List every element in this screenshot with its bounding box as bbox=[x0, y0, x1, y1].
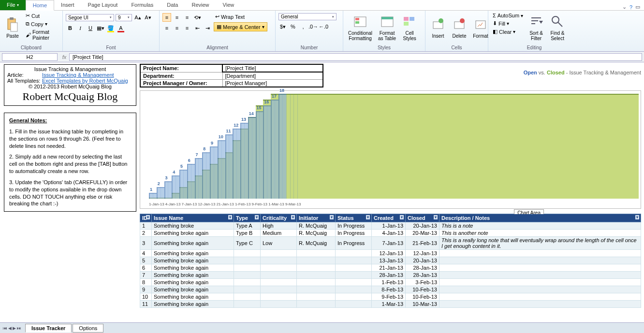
cell-closed[interactable]: 10-Feb-13 bbox=[406, 293, 439, 301]
cell-id[interactable]: 9 bbox=[140, 286, 152, 293]
tab-insert[interactable]: Insert bbox=[54, 0, 81, 10]
format-as-table-button[interactable]: Format as Table bbox=[376, 12, 398, 43]
cell-styles-button[interactable]: Cell Styles bbox=[400, 12, 419, 43]
cell-created[interactable]: 4-Jan-13 bbox=[372, 230, 406, 237]
align-right-icon[interactable]: ≡ bbox=[183, 24, 191, 32]
cell-name[interactable]: Something broke again bbox=[152, 301, 234, 308]
cell-init[interactable] bbox=[297, 257, 336, 264]
indent-increase-icon[interactable]: ⇥ bbox=[203, 24, 212, 32]
font-color-button[interactable]: A bbox=[117, 24, 125, 32]
number-format-combo[interactable]: General bbox=[278, 13, 337, 20]
cell-status[interactable]: In Progress bbox=[336, 222, 372, 230]
col-issue-name[interactable]: Issue Name bbox=[152, 214, 234, 222]
cell-crit[interactable] bbox=[261, 301, 297, 308]
underline-button[interactable]: U bbox=[86, 24, 95, 32]
table-row[interactable]: 11Something broke again1-Mar-1310-Mar-13 bbox=[140, 301, 641, 308]
cell-closed[interactable]: 20-Jan-13 bbox=[406, 222, 439, 230]
tab-data[interactable]: Data bbox=[160, 0, 185, 10]
cell-closed[interactable]: 20-Mar-13 bbox=[406, 230, 439, 237]
cell-name[interactable]: Something broke again bbox=[152, 264, 234, 272]
cell-status[interactable] bbox=[336, 279, 372, 286]
cell-desc[interactable]: This is another note bbox=[439, 230, 641, 237]
cell-status[interactable] bbox=[336, 264, 372, 272]
cell-status[interactable] bbox=[336, 257, 372, 264]
font-size-combo[interactable]: 9 bbox=[116, 14, 132, 21]
format-button[interactable]: Format bbox=[471, 12, 490, 43]
cell-created[interactable]: 1-Mar-13 bbox=[372, 301, 406, 308]
cell-desc[interactable]: This is a note bbox=[439, 222, 641, 230]
table-row[interactable]: 9Something broke again8-Feb-1310-Feb-13 bbox=[140, 286, 641, 293]
cell-crit[interactable] bbox=[261, 272, 297, 279]
align-bottom-icon[interactable]: ≡ bbox=[183, 13, 191, 22]
cell-status[interactable] bbox=[336, 293, 372, 301]
cut-button[interactable]: ✂Cut bbox=[24, 12, 59, 19]
table-row[interactable]: 1Something brokeType AHighR. McQuaigIn P… bbox=[140, 222, 641, 230]
tab-formulas[interactable]: Formulas bbox=[124, 0, 160, 10]
delete-button[interactable]: Delete bbox=[450, 12, 469, 43]
table-row[interactable]: 3Something broke againType CLowR. McQuai… bbox=[140, 237, 641, 250]
cell-desc[interactable] bbox=[439, 286, 641, 293]
cell-type[interactable] bbox=[234, 250, 261, 257]
col-type[interactable]: Type bbox=[234, 214, 261, 222]
cell-type[interactable]: Type C bbox=[234, 237, 261, 250]
table-row[interactable]: 2Something broke againType BMediumR. McQ… bbox=[140, 230, 641, 237]
cell-crit[interactable] bbox=[261, 257, 297, 264]
cell-crit[interactable] bbox=[261, 264, 297, 272]
cell-created[interactable]: 8-Feb-13 bbox=[372, 286, 406, 293]
article-link[interactable]: Issue Tracking & Management bbox=[42, 72, 114, 78]
orientation-icon[interactable]: ⟲▾ bbox=[193, 13, 202, 22]
cell-crit[interactable] bbox=[261, 250, 297, 257]
sheet-tab-options[interactable]: Options bbox=[73, 324, 103, 333]
cell-name[interactable]: Something broke bbox=[152, 222, 234, 230]
cell-desc[interactable] bbox=[439, 264, 641, 272]
col-criticality[interactable]: Criticality bbox=[261, 214, 297, 222]
cell-closed[interactable]: 12-Jan-13 bbox=[406, 250, 439, 257]
cell-desc[interactable] bbox=[439, 272, 641, 279]
cell-status[interactable] bbox=[336, 286, 372, 293]
align-middle-icon[interactable]: ≡ bbox=[173, 13, 181, 22]
indent-decrease-icon[interactable]: ⇤ bbox=[193, 24, 202, 32]
tab-home[interactable]: Home bbox=[26, 0, 54, 11]
tab-view[interactable]: View bbox=[216, 0, 241, 10]
cell-name[interactable]: Something broke again bbox=[152, 230, 234, 237]
cell-id[interactable]: 3 bbox=[140, 237, 152, 250]
name-box[interactable]: H2 bbox=[2, 53, 58, 61]
cell-type[interactable] bbox=[234, 257, 261, 264]
cell-crit[interactable]: Medium bbox=[261, 230, 297, 237]
align-top-icon[interactable]: ≡ bbox=[162, 13, 171, 22]
cell-desc[interactable]: This is a really long note that will eve… bbox=[439, 237, 641, 250]
minimize-ribbon-icon[interactable]: ⌄ bbox=[622, 4, 627, 10]
cell-type[interactable]: Type A bbox=[234, 222, 261, 230]
decrease-decimal-icon[interactable]: ←.0 bbox=[319, 22, 328, 31]
tab-file[interactable]: File bbox=[0, 0, 26, 10]
cell-type[interactable] bbox=[234, 279, 261, 286]
fill-button[interactable]: ⬇Fill▾ bbox=[491, 20, 525, 27]
cell-name[interactable]: Something broke again bbox=[152, 286, 234, 293]
col-status[interactable]: Status bbox=[336, 214, 372, 222]
font-name-combo[interactable]: Segoe UI bbox=[66, 14, 114, 21]
cell-init[interactable]: R. McQuaig bbox=[297, 230, 336, 237]
sheet-nav[interactable]: ⏮◀▶⏭ bbox=[0, 326, 24, 331]
merge-center-button[interactable]: ▦Merge & Center▾ bbox=[214, 22, 267, 31]
format-painter-button[interactable]: 🖌Format Painter bbox=[24, 29, 59, 41]
comma-icon[interactable]: , bbox=[299, 22, 307, 31]
cell-init[interactable] bbox=[297, 293, 336, 301]
cell-closed[interactable]: 10-Mar-13 bbox=[406, 301, 439, 308]
tab-review[interactable]: Review bbox=[185, 0, 216, 10]
percent-icon[interactable]: % bbox=[289, 22, 297, 31]
paste-button[interactable]: Paste bbox=[3, 12, 22, 43]
cell-closed[interactable]: 20-Jan-13 bbox=[406, 257, 439, 264]
cell-desc[interactable] bbox=[439, 301, 641, 308]
cell-created[interactable]: 12-Jan-13 bbox=[372, 250, 406, 257]
cell-desc[interactable] bbox=[439, 257, 641, 264]
cell-init[interactable]: R. McQuaig bbox=[297, 237, 336, 250]
italic-button[interactable]: I bbox=[76, 24, 85, 32]
cell-init[interactable] bbox=[297, 279, 336, 286]
cell-id[interactable]: 5 bbox=[140, 257, 152, 264]
help-icon[interactable]: ? bbox=[629, 4, 632, 10]
cell-status[interactable] bbox=[336, 301, 372, 308]
cell-type[interactable] bbox=[234, 293, 261, 301]
cell-name[interactable]: Something broke again bbox=[152, 279, 234, 286]
cell-id[interactable]: 1 bbox=[140, 222, 152, 230]
autosum-button[interactable]: ΣAutoSum▾ bbox=[491, 12, 525, 19]
